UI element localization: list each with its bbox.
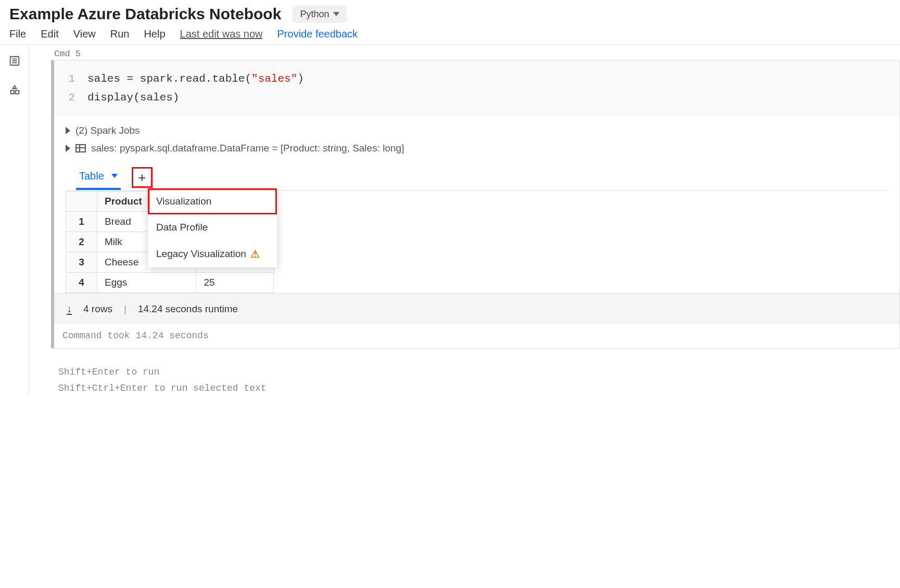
add-visualization-menu: Visualization Data Profile Legacy Visual… xyxy=(148,188,277,267)
dataframe-icon xyxy=(75,144,86,152)
menu-run[interactable]: Run xyxy=(110,28,130,40)
triangle-right-icon xyxy=(66,127,70,134)
row-number: 1 xyxy=(66,212,97,232)
tab-label: Table xyxy=(79,170,104,182)
svg-rect-4 xyxy=(10,91,14,94)
plus-icon: + xyxy=(138,170,146,186)
chevron-down-icon xyxy=(111,174,118,178)
spark-jobs-toggle[interactable]: (2) Spark Jobs xyxy=(66,122,888,139)
warning-icon: ⚠ xyxy=(250,248,260,260)
menu-item-label: Legacy Visualization xyxy=(156,248,246,260)
line-number: 2 xyxy=(65,88,87,107)
language-selector[interactable]: Python xyxy=(293,6,347,23)
row-number-header xyxy=(66,191,97,212)
code-editor[interactable]: 1 sales = spark.read.table("sales") 2 di… xyxy=(54,60,899,114)
menu-item-data-profile[interactable]: Data Profile xyxy=(148,214,277,240)
hint-line: Shift+Enter to run xyxy=(58,364,900,380)
line-number: 1 xyxy=(65,70,87,88)
results-footer: ↓ 4 rows | 14.24 seconds runtime xyxy=(54,293,899,324)
row-count: 4 rows xyxy=(83,303,112,315)
command-timing: Command took 14.24 seconds xyxy=(54,324,899,348)
cell-sales: 25 xyxy=(196,273,274,293)
feedback-link[interactable]: Provide feedback xyxy=(277,28,358,40)
schema-toggle[interactable]: sales: pyspark.sql.dataframe.DataFrame =… xyxy=(66,139,888,157)
output-tabs: Table + Visualization Data Profile Legac… xyxy=(66,162,888,191)
menu-file[interactable]: File xyxy=(9,28,26,40)
row-number: 2 xyxy=(66,232,97,252)
menu-edit[interactable]: Edit xyxy=(41,28,58,40)
schema-text: sales: pyspark.sql.dataframe.DataFrame =… xyxy=(91,143,404,154)
toc-icon[interactable] xyxy=(9,55,20,67)
notebook-header: Example Azure Databricks Notebook Python… xyxy=(0,0,900,44)
last-edit-link[interactable]: Last edit was now xyxy=(180,28,263,40)
language-label: Python xyxy=(300,9,329,20)
hint-line: Shift+Ctrl+Enter to run selected text xyxy=(58,380,900,397)
separator: | xyxy=(124,303,126,315)
row-number: 3 xyxy=(66,252,97,273)
tab-table[interactable]: Table xyxy=(79,170,118,189)
menu-item-visualization[interactable]: Visualization xyxy=(148,188,277,214)
cell-product: Eggs xyxy=(97,273,196,293)
keyboard-hints: Shift+Enter to run Shift+Ctrl+Enter to r… xyxy=(51,349,900,396)
spark-jobs-label: (2) Spark Jobs xyxy=(75,125,140,136)
add-visualization-button[interactable]: + xyxy=(133,169,151,186)
menu-view[interactable]: View xyxy=(73,28,96,40)
left-rail xyxy=(0,45,29,397)
cell-label: Cmd 5 xyxy=(51,45,900,60)
chevron-down-icon xyxy=(333,12,339,16)
menu-bar: File Edit View Run Help Last edit was no… xyxy=(9,28,891,40)
runtime-text: 14.24 seconds runtime xyxy=(138,303,238,315)
shapes-icon[interactable] xyxy=(9,84,20,96)
menu-help[interactable]: Help xyxy=(144,28,165,40)
row-number: 4 xyxy=(66,273,97,293)
table-row[interactable]: 4 Eggs 25 xyxy=(66,273,274,293)
svg-rect-5 xyxy=(15,91,18,94)
notebook-title[interactable]: Example Azure Databricks Notebook xyxy=(9,5,281,23)
menu-item-legacy-visualization[interactable]: Legacy Visualization ⚠ xyxy=(148,240,277,267)
notebook-cell: 1 sales = spark.read.table("sales") 2 di… xyxy=(51,60,900,349)
download-icon[interactable]: ↓ xyxy=(67,303,72,315)
triangle-right-icon xyxy=(66,145,70,152)
